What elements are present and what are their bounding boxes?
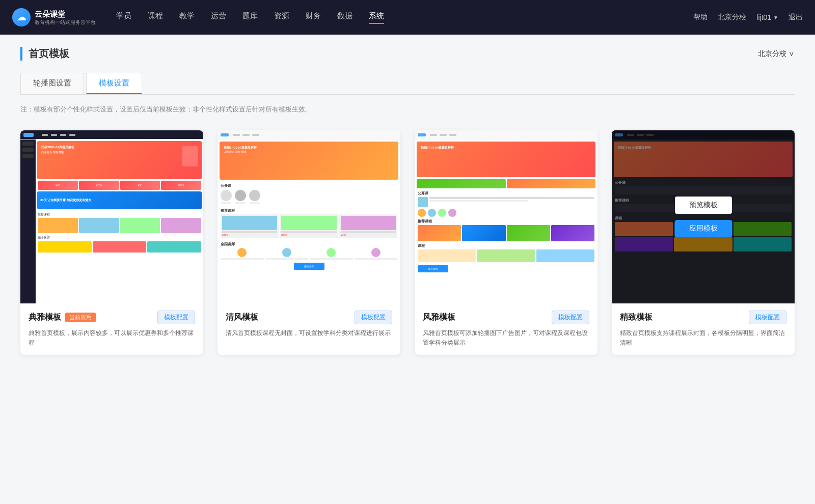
template-refined-desc: 精致首页模板支持课程展示封面，各模板分隔明显，界面简洁清晰 xyxy=(620,328,786,348)
template-clean-info: 清风模板 模板配置 清风首页模板课程无封面，可设置按学科分类对课程进行展示 xyxy=(218,303,400,345)
template-clean-name: 清风模板 xyxy=(226,312,258,323)
template-typical-preview[interactable]: 托福TP01-54真题及解析 口语 听力 写作 阅读 ¥30 xyxy=(20,130,203,303)
nav-questions[interactable]: 题库 xyxy=(242,11,258,24)
nav-finance[interactable]: 财务 xyxy=(306,11,321,24)
nav-teaching[interactable]: 教学 xyxy=(179,11,195,24)
logo: ☁ 云朵课堂 教育机构一站式服务云平台 xyxy=(12,8,96,26)
template-elegant: 托福TP01-54真题及解析 公开课 xyxy=(415,130,597,355)
logout-link[interactable]: 退出 xyxy=(789,13,803,22)
nav-students[interactable]: 学员 xyxy=(116,11,131,24)
logo-text: 云朵课堂 教育机构一站式服务云平台 xyxy=(35,9,96,26)
logo-icon: ☁ xyxy=(12,8,31,26)
template-clean: 托福TP01-54真题及解析 口语 听力 写作 阅读 公开课 xyxy=(218,130,400,355)
template-refined-config-btn[interactable]: 模板配置 xyxy=(749,311,786,324)
template-elegant-name-row: 风雅模板 模板配置 xyxy=(423,311,589,324)
template-refined-info: 精致模板 模板配置 精致首页模板支持课程展示封面，各模板分隔明显，界面简洁清晰 xyxy=(612,303,795,355)
template-elegant-config-btn[interactable]: 模板配置 xyxy=(552,311,589,324)
nav-resources[interactable]: 资源 xyxy=(274,11,289,24)
template-elegant-preview[interactable]: 托福TP01-54真题及解析 公开课 xyxy=(415,130,597,303)
nav-operations[interactable]: 运营 xyxy=(211,11,226,24)
template-elegant-desc: 风雅首页模板可添加轮播图下广告图片，可对课程及课程包设置学科分类展示 xyxy=(423,328,589,348)
tab-template[interactable]: 模板设置 xyxy=(86,73,142,94)
template-clean-config-btn[interactable]: 模板配置 xyxy=(355,311,392,324)
template-clean-preview[interactable]: 托福TP01-54真题及解析 口语 听力 写作 阅读 公开课 xyxy=(218,130,400,303)
branch-selector[interactable]: 北京分校 ∨ xyxy=(758,49,795,59)
tabs-container: 轮播图设置 模板设置 xyxy=(20,73,795,95)
template-typical-desc: 典雅首页模板，展示内容较多，可以展示优惠券和多个推荐课程 xyxy=(29,328,195,348)
template-refined-name: 精致模板 xyxy=(620,312,653,323)
template-elegant-name: 风雅模板 xyxy=(423,312,455,323)
apply-template-btn[interactable]: 应用模板 xyxy=(675,220,732,237)
tab-carousel[interactable]: 轮播图设置 xyxy=(20,73,84,94)
template-typical-config-btn[interactable]: 模板配置 xyxy=(157,311,195,324)
branch-link[interactable]: 北京分校 xyxy=(718,13,746,22)
branch-dropdown-icon: ∨ xyxy=(789,49,795,58)
navbar: ☁ 云朵课堂 教育机构一站式服务云平台 学员 课程 教学 运营 题库 资源 财务… xyxy=(0,0,815,35)
template-typical: 托福TP01-54真题及解析 口语 听力 写作 阅读 ¥30 xyxy=(20,130,203,355)
page-title: 首页模板 xyxy=(20,47,69,61)
template-refined-preview[interactable]: 托福TP01-54真题及解析 公开课 推荐课程 课程 xyxy=(612,130,795,303)
template-refined: 托福TP01-54真题及解析 公开课 推荐课程 课程 xyxy=(612,130,795,355)
user-menu[interactable]: lijt01 ▼ xyxy=(756,13,778,21)
template-clean-desc: 清风首页模板课程无封面，可设置按学科分类对课程进行展示 xyxy=(226,328,392,338)
templates-grid: 托福TP01-54真题及解析 口语 听力 写作 阅读 ¥30 xyxy=(20,130,795,355)
nav-data[interactable]: 数据 xyxy=(337,11,352,24)
user-dropdown-icon: ▼ xyxy=(773,15,778,20)
template-typical-name-row: 典雅模板 当前应用 模板配置 xyxy=(29,311,195,324)
preview-template-btn[interactable]: 预览模板 xyxy=(675,197,732,214)
note-text: 注：模板有部分个性化样式设置，设置后仅当前模板生效；非个性化样式设置后针对所有模… xyxy=(20,105,795,114)
current-badge: 当前应用 xyxy=(65,313,96,322)
nav-links: 学员 课程 教学 运营 题库 资源 财务 数据 系统 xyxy=(116,11,693,24)
page-header: 首页模板 北京分校 ∨ xyxy=(20,47,795,61)
template-typical-name: 典雅模板 xyxy=(29,312,61,323)
nav-system[interactable]: 系统 xyxy=(369,11,384,24)
help-link[interactable]: 帮助 xyxy=(693,13,708,22)
template-refined-overlay: 预览模板 应用模板 xyxy=(612,130,795,303)
nav-right: 帮助 北京分校 lijt01 ▼ 退出 xyxy=(693,13,803,22)
template-elegant-info: 风雅模板 模板配置 风雅首页模板可添加轮播图下广告图片，可对课程及课程包设置学科… xyxy=(415,303,597,355)
nav-courses[interactable]: 课程 xyxy=(148,11,163,24)
template-refined-name-row: 精致模板 模板配置 xyxy=(620,311,786,324)
template-clean-name-row: 清风模板 模板配置 xyxy=(226,311,392,324)
template-typical-info: 典雅模板 当前应用 模板配置 典雅首页模板，展示内容较多，可以展示优惠券和多个推… xyxy=(20,303,203,355)
page-content: 首页模板 北京分校 ∨ 轮播图设置 模板设置 注：模板有部分个性化样式设置，设置… xyxy=(0,35,815,367)
